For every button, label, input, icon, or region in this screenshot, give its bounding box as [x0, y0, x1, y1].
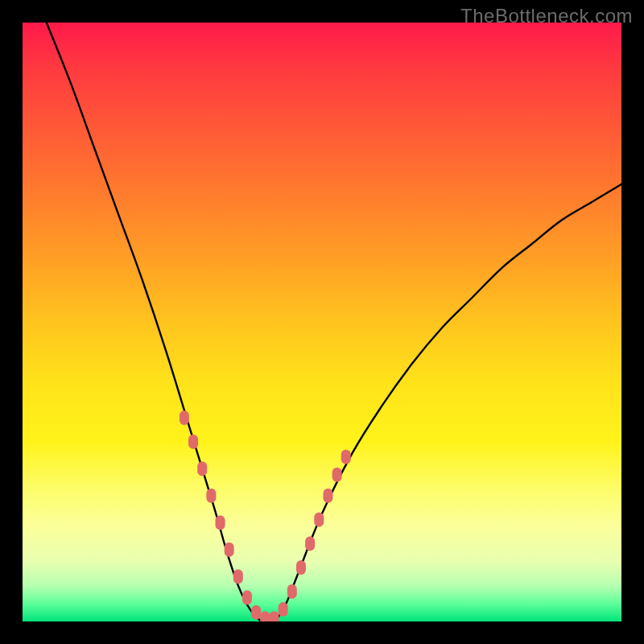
watermark-text: TheBottleneck.com	[460, 5, 633, 27]
marker-dot	[260, 611, 270, 621]
marker-dot	[197, 461, 207, 476]
bottleneck-curve-svg	[23, 23, 621, 621]
chart-frame: TheBottleneck.com	[0, 0, 644, 644]
marker-dot	[305, 536, 315, 551]
marker-dot	[233, 569, 243, 584]
marker-dot	[314, 513, 324, 527]
marker-dot	[206, 489, 216, 503]
plot-area	[23, 23, 621, 621]
marker-dot	[269, 611, 279, 621]
marker-dot	[216, 515, 225, 530]
marker-dot	[180, 411, 189, 425]
bottleneck-curve	[47, 23, 621, 621]
marker-dot	[279, 602, 288, 617]
marker-dot	[287, 584, 297, 599]
marker-dot	[323, 489, 332, 503]
marker-dot	[251, 605, 261, 620]
marker-dot	[225, 543, 234, 557]
marker-dot	[188, 435, 198, 449]
marker-dot	[296, 560, 306, 575]
marker-dot	[242, 590, 252, 605]
highlight-dots	[180, 411, 351, 621]
marker-dot	[332, 468, 342, 482]
marker-dot	[341, 449, 351, 464]
